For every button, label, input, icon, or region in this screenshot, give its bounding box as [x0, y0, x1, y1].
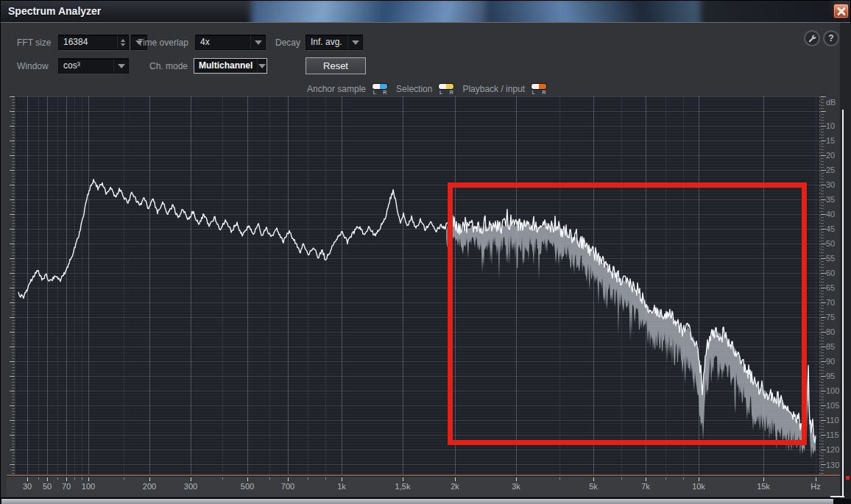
freq-label-100: 100 — [82, 482, 95, 491]
freq-tick — [74, 478, 75, 480]
background-window-edge — [1, 499, 833, 504]
right-channel-swatch — [446, 84, 453, 89]
freq-label-500: 500 — [241, 482, 254, 491]
channel-letters: L R — [373, 90, 390, 95]
fft-size-value: 16384 — [59, 35, 117, 49]
freq-tick — [325, 478, 326, 480]
freq-tick — [403, 478, 403, 481]
channel-pill — [531, 83, 547, 90]
frequency-axis[interactable]: 3050701002003005007001k1,5k2k3k5k7k10k15… — [7, 475, 841, 497]
background-window-blur — [700, 1, 833, 23]
spinner-up-icon[interactable] — [121, 39, 125, 42]
title-bar[interactable]: Spectrum Analyzer — [1, 1, 850, 23]
freq-tick — [342, 478, 342, 481]
chevron-down-icon — [347, 35, 362, 49]
time-overlap-label: Time overlap — [138, 35, 188, 51]
freq-tick — [516, 478, 517, 481]
decay-select[interactable]: Inf. avg. — [306, 35, 363, 50]
legend-label: Playback / input — [462, 84, 525, 94]
freq-label-200: 200 — [143, 482, 156, 491]
chevron-down-icon — [113, 59, 128, 73]
playback-position-marker — [846, 476, 850, 480]
freq-tick — [149, 478, 150, 481]
freq-tick — [683, 478, 684, 480]
freq-tick — [665, 478, 666, 480]
window-title: Spectrum Analyzer — [8, 5, 101, 17]
freq-tick — [559, 478, 560, 480]
legend-item: Anchor sampleL R — [307, 83, 389, 95]
close-button[interactable] — [833, 4, 849, 18]
channel-pair-icon[interactable]: L R — [437, 83, 455, 95]
freq-tick — [222, 478, 223, 480]
freq-tick — [124, 478, 124, 480]
freq-label-70: 70 — [62, 482, 71, 491]
freq-tick — [816, 478, 816, 481]
channel-pair-icon[interactable]: L R — [371, 83, 389, 95]
time-overlap-select[interactable]: 4x — [195, 35, 266, 50]
freq-tick — [27, 478, 28, 481]
wrench-icon — [808, 34, 817, 43]
channel-legend: Anchor sampleL RSelectionL RPlayback / i… — [307, 81, 548, 97]
freq-tick — [47, 478, 48, 481]
background-window-blur — [251, 1, 494, 23]
ch-mode-value: Multichannel — [194, 59, 257, 73]
time-overlap-value: 4x — [196, 35, 250, 49]
right-channel-swatch — [380, 84, 387, 89]
annotation-rectangle — [448, 182, 807, 445]
freq-tick — [763, 478, 764, 481]
freq-tick — [455, 478, 456, 481]
question-icon: ? — [828, 33, 833, 43]
spectrum-plot[interactable] — [15, 96, 820, 475]
left-channel-swatch — [439, 84, 446, 89]
ch-mode-label: Ch. mode — [149, 58, 188, 74]
freq-tick — [593, 478, 594, 481]
ch-mode-select[interactable]: Multichannel — [194, 58, 267, 74]
freq-label-Hz: Hz — [811, 482, 820, 491]
close-icon — [836, 7, 847, 16]
freq-label-300: 300 — [184, 482, 197, 491]
freq-label-7k: 7k — [641, 482, 650, 491]
chevron-down-icon — [250, 35, 265, 49]
background-window-blur — [487, 1, 707, 23]
left-tick-ruler-major — [10, 96, 15, 475]
freq-label-1,5k: 1,5k — [395, 482, 411, 491]
freq-label-10k: 10k — [692, 482, 705, 491]
channel-pill — [438, 83, 454, 90]
channel-pair-icon[interactable]: L R — [530, 83, 548, 95]
legend-item: Playback / inputL R — [462, 83, 548, 95]
decay-label: Decay — [275, 35, 300, 51]
legend-item: SelectionL R — [396, 83, 455, 95]
channel-letters: L R — [439, 90, 456, 95]
fft-size-label: FFT size — [17, 35, 51, 51]
freq-tick — [38, 478, 39, 480]
freq-tick — [269, 478, 270, 480]
window-fn-value: cos³ — [59, 59, 113, 73]
help-button[interactable]: ? — [823, 30, 839, 46]
decay-value: Inf. avg. — [306, 35, 347, 49]
freq-tick — [57, 478, 58, 480]
freq-label-30: 30 — [23, 482, 32, 491]
fft-size-stepper[interactable] — [117, 35, 128, 49]
freq-tick — [88, 478, 89, 481]
chevron-down-icon — [257, 59, 266, 73]
freq-tick — [646, 478, 646, 481]
legend-label: Anchor sample — [307, 84, 366, 94]
freq-label-5k: 5k — [589, 482, 598, 491]
fft-size-input[interactable]: 16384 — [58, 35, 129, 50]
legend-label: Selection — [396, 84, 432, 94]
db-tick-ruler-major — [821, 96, 826, 475]
freq-label-700: 700 — [281, 482, 294, 491]
freq-tick — [288, 478, 289, 481]
window-fn-select[interactable]: cos³ — [58, 58, 129, 74]
freq-label-2k: 2k — [451, 482, 459, 491]
window-edge-highlight — [842, 110, 844, 497]
freq-tick — [82, 478, 82, 480]
settings-button[interactable] — [804, 30, 820, 46]
channel-pill — [372, 83, 388, 90]
freq-label-50: 50 — [43, 482, 52, 491]
spinner-down-icon[interactable] — [121, 43, 125, 46]
freq-tick — [191, 478, 191, 481]
channel-letters: L R — [532, 90, 549, 95]
reset-button[interactable]: Reset — [306, 57, 366, 74]
freq-tick — [621, 478, 622, 480]
